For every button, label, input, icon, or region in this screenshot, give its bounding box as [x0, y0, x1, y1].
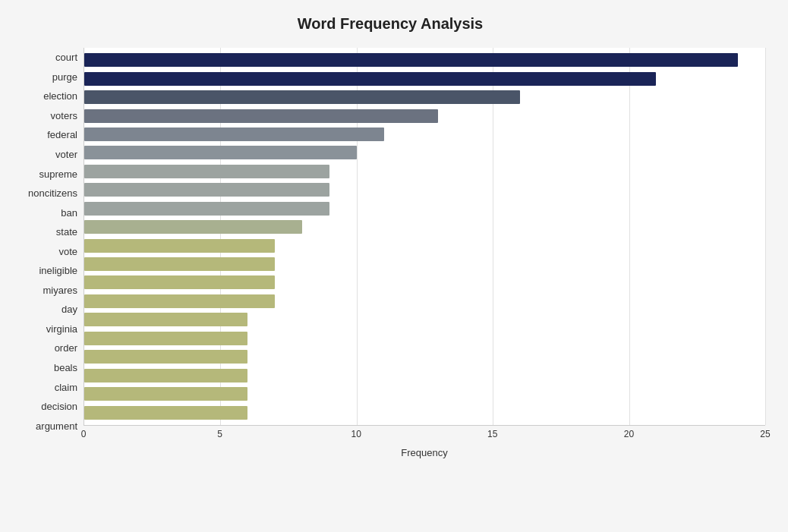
bar-row	[84, 329, 765, 348]
bar	[84, 202, 329, 216]
y-axis: courtpurgeelectionvotersfederalvotersupr…	[15, 48, 84, 458]
x-tick: 25	[760, 429, 770, 439]
bar	[84, 109, 438, 123]
x-tick: 5	[217, 429, 222, 439]
y-label: federal	[15, 130, 77, 140]
y-label: claim	[15, 382, 77, 392]
chart-title: Word Frequency Analysis	[15, 15, 765, 33]
y-label: ineligible	[15, 266, 77, 275]
bar	[84, 275, 275, 289]
y-label: purge	[15, 72, 77, 82]
y-label: day	[15, 304, 77, 314]
bar-row	[84, 125, 765, 143]
chart-container: Word Frequency Analysis courtpurgeelecti…	[0, 0, 788, 532]
bars-wrapper	[84, 48, 765, 425]
y-label: decision	[15, 401, 77, 411]
grid-line	[765, 48, 766, 425]
bar	[84, 183, 329, 197]
y-label: noncitizens	[15, 188, 77, 198]
x-tick: 0	[81, 429, 87, 439]
y-label: argument	[15, 421, 77, 431]
bar	[84, 294, 275, 308]
y-label: vote	[15, 247, 77, 257]
bar-row	[84, 200, 765, 218]
x-tick: 10	[351, 429, 361, 439]
y-label: ban	[15, 208, 77, 218]
y-label: miyares	[15, 285, 77, 295]
bar	[84, 313, 247, 326]
bar	[84, 406, 247, 420]
y-label: voter	[15, 150, 77, 159]
y-label: election	[15, 91, 77, 101]
bar	[84, 90, 520, 104]
bar-row	[84, 255, 765, 273]
y-label: court	[15, 52, 77, 62]
bar-row	[84, 292, 765, 310]
bar-row	[84, 367, 765, 385]
bar	[84, 220, 302, 234]
bar	[84, 369, 247, 382]
bar	[84, 257, 275, 271]
x-tick: 20	[624, 429, 634, 439]
bar	[84, 387, 247, 401]
bars-area	[84, 48, 765, 426]
bar	[84, 165, 329, 178]
bar-row	[84, 218, 765, 236]
bar-row	[84, 181, 765, 199]
y-label: virginia	[15, 324, 77, 334]
x-axis-label: Frequency	[84, 447, 765, 458]
bar-row	[84, 143, 765, 162]
bar-row	[84, 273, 765, 291]
plot-area: 0510152025 Frequency	[84, 48, 765, 458]
bar	[84, 332, 247, 345]
bar-row	[84, 310, 765, 329]
bar	[84, 72, 656, 86]
bar-row	[84, 348, 765, 366]
y-label: voters	[15, 111, 77, 121]
y-label: supreme	[15, 169, 77, 179]
bar-row	[84, 385, 765, 403]
bar-row	[84, 162, 765, 181]
y-label: beals	[15, 363, 77, 373]
bar-row	[84, 107, 765, 125]
bar-row	[84, 237, 765, 255]
bar-row	[84, 88, 765, 106]
bar	[84, 127, 384, 141]
bar-row	[84, 70, 765, 88]
bar-row	[84, 51, 765, 69]
bar	[84, 146, 357, 159]
y-label: state	[15, 227, 77, 237]
x-tick: 15	[487, 429, 497, 439]
bar	[84, 53, 738, 67]
x-axis: 0510152025	[84, 426, 765, 444]
chart-area: courtpurgeelectionvotersfederalvotersupr…	[15, 48, 765, 458]
y-label: order	[15, 343, 77, 353]
bar	[84, 350, 247, 364]
bar	[84, 239, 275, 253]
bar-row	[84, 404, 765, 422]
